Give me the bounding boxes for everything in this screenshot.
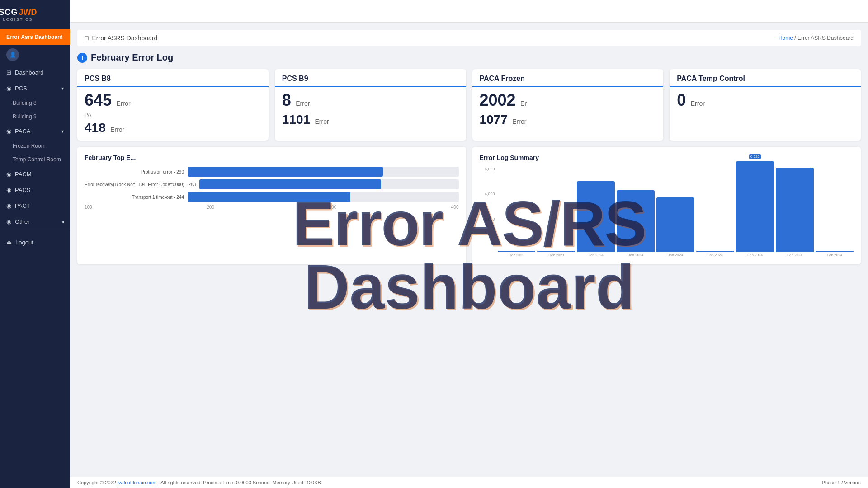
sidebar-item-label-logout: Logout bbox=[15, 239, 33, 246]
sidebar-logo: SCG JWD LOGISTICS bbox=[0, 0, 70, 29]
bar-fill-1 bbox=[199, 179, 381, 189]
sidebar-item-paca[interactable]: ◉ PACA ▾ bbox=[0, 123, 70, 139]
v-bar-6 bbox=[736, 161, 774, 252]
stat-sub-number-paca-frozen: 1077 bbox=[480, 113, 508, 127]
sidebar-item-label-pacs: PACS bbox=[15, 187, 30, 193]
sidebar-item-logout[interactable]: ⏏ Logout bbox=[0, 235, 70, 250]
error-log-chart-title: Error Log Summary bbox=[480, 154, 854, 161]
v-bar-group-4: Jan 2024 bbox=[656, 197, 694, 257]
footer-rights: . All rights reserved. Process Time: 0.0… bbox=[158, 480, 322, 485]
paca-arrow-icon: ▾ bbox=[61, 129, 64, 134]
footer: Copyright © 2022 jwdcoldchain.com . All … bbox=[70, 477, 868, 488]
bar-label-0: Protrusion error - 290 bbox=[85, 169, 184, 174]
stat-card-pcs-b8: PCS B8 645 Error PA 418 Error bbox=[77, 69, 269, 141]
sidebar-item-frozen-room[interactable]: Frozen Room bbox=[0, 139, 70, 153]
v-bar-8 bbox=[816, 251, 854, 252]
pcs-arrow-icon: ▾ bbox=[61, 86, 64, 91]
sidebar-item-label-paca: PACA bbox=[15, 128, 30, 135]
bar-row-2: Transport 1 time-out - 244 bbox=[85, 192, 459, 202]
stat-label-pcs-b9: Error bbox=[296, 100, 310, 107]
stat-label-pcs-b8: Error bbox=[117, 100, 131, 107]
sidebar-item-label-pcs: PCS bbox=[15, 85, 27, 92]
sidebar-item-pcs[interactable]: ◉ PCS ▾ bbox=[0, 80, 70, 96]
pacs-icon: ◉ bbox=[6, 187, 11, 193]
sidebar-item-other[interactable]: ◉ Other ◂ bbox=[0, 214, 70, 230]
bar-label-2: Transport 1 time-out - 244 bbox=[85, 195, 184, 200]
stat-sub-unit-pcs-b9: Error bbox=[315, 118, 329, 125]
sidebar-item-dashboard[interactable]: ⊞ Dashboard bbox=[0, 65, 70, 80]
watermark-line2: Dashboard bbox=[304, 255, 634, 319]
pacm-icon: ◉ bbox=[6, 171, 11, 178]
bar-label-1: Error recovery(Block No=1104, Error Code… bbox=[85, 182, 196, 187]
sidebar: SCG JWD LOGISTICS Error Asrs Dashboard 👤… bbox=[0, 0, 70, 488]
logo-jwd: JWD bbox=[19, 8, 37, 17]
page-header: □ Error ASRS Dashboard Home / Error ASRS… bbox=[77, 30, 861, 46]
stat-card-paca-temp-header: PACA Temp Control bbox=[670, 69, 861, 87]
sidebar-active-item[interactable]: Error Asrs Dashboard bbox=[0, 29, 70, 45]
v-bar-group-6: 6,225 Feb 2024 bbox=[736, 161, 774, 257]
v-bar-group-2: Jan 2024 bbox=[577, 181, 615, 257]
y-label-4000: 4,000 bbox=[485, 192, 495, 196]
v-chart-wrapper: 6,000 4,000 2,000 0 Dec 2023 Dec 2023 bbox=[480, 167, 854, 257]
v-bar-0 bbox=[498, 251, 536, 252]
sidebar-item-label-dashboard: Dashboard bbox=[15, 69, 44, 76]
section-title: i February Error Log bbox=[77, 52, 861, 63]
v-bar-1 bbox=[537, 251, 575, 252]
charts-row: February Top E... Protrusion error - 290… bbox=[77, 147, 861, 264]
stat-card-pcs-b9-header: PCS B9 bbox=[275, 69, 466, 87]
stat-label-paca-temp: Error bbox=[691, 100, 705, 107]
stat-card-pcs-b8-header: PCS B8 bbox=[77, 69, 269, 87]
top-navigation: ☰ Home bbox=[0, 0, 868, 23]
page-header-title: Error ASRS Dashboard bbox=[92, 34, 157, 42]
bar-row-0: Protrusion error - 290 bbox=[85, 167, 459, 177]
footer-copyright: Copyright © 2022 bbox=[77, 480, 118, 485]
other-arrow-icon: ◂ bbox=[61, 219, 64, 224]
top-errors-chart-title: February Top E... bbox=[85, 154, 459, 161]
main-content: □ Error ASRS Dashboard Home / Error ASRS… bbox=[70, 23, 868, 488]
h-bar-axis: 100 200 300 400 bbox=[85, 205, 459, 210]
breadcrumb-home-link[interactable]: Home bbox=[778, 35, 793, 41]
stat-number-paca-frozen: 2002 bbox=[480, 91, 516, 109]
section-title-text: February Error Log bbox=[91, 52, 173, 63]
stat-card-paca-temp: PACA Temp Control 0 Error bbox=[670, 69, 861, 141]
page-header-icon: □ bbox=[85, 34, 88, 42]
bar-fill-2 bbox=[188, 192, 350, 202]
sidebar-item-building8[interactable]: Building 8 bbox=[0, 96, 70, 110]
other-icon: ◉ bbox=[6, 218, 11, 225]
v-bar-5 bbox=[696, 251, 734, 252]
stat-label-paca-frozen: Er bbox=[520, 100, 527, 107]
sidebar-item-pacm[interactable]: ◉ PACM bbox=[0, 166, 70, 182]
sidebar-item-building9[interactable]: Building 9 bbox=[0, 110, 70, 123]
breadcrumb-current: Error ASRS Dashboard bbox=[797, 35, 854, 41]
v-bar-group-3: Jan 2024 bbox=[617, 190, 655, 257]
y-label-0: 0 bbox=[492, 242, 495, 246]
horizontal-bar-chart: Protrusion error - 290 Error recovery(Bl… bbox=[85, 167, 459, 210]
sidebar-item-label-other: Other bbox=[15, 218, 30, 225]
info-icon: i bbox=[77, 53, 87, 63]
pcs-icon: ◉ bbox=[6, 85, 11, 92]
sidebar-item-pact[interactable]: ◉ PACT bbox=[0, 198, 70, 214]
stat-number-pcs-b9: 8 bbox=[282, 91, 291, 109]
logout-icon: ⏏ bbox=[6, 239, 12, 246]
stat-number-pcs-b8: 645 bbox=[85, 91, 112, 109]
paca-icon: ◉ bbox=[6, 128, 11, 135]
bar-row-1: Error recovery(Block No=1104, Error Code… bbox=[85, 179, 459, 189]
stat-card-pcs-b9: PCS B9 8 Error 1101 Error bbox=[275, 69, 466, 141]
user-avatar: 👤 bbox=[6, 48, 19, 61]
v-bar-group-0: Dec 2023 bbox=[498, 251, 536, 257]
v-bar-group-7: Feb 2024 bbox=[776, 168, 814, 257]
sidebar-item-temp-control-room[interactable]: Temp Control Room bbox=[0, 153, 70, 166]
v-bar-4 bbox=[656, 197, 694, 252]
footer-company-link[interactable]: jwdcoldchain.com bbox=[118, 480, 157, 485]
stat-sub-number-pcs-b9: 1101 bbox=[282, 113, 310, 127]
sidebar-item-label-pact: PACT bbox=[15, 202, 30, 209]
sidebar-item-pacs[interactable]: ◉ PACS bbox=[0, 182, 70, 198]
sidebar-item-label-pacm: PACM bbox=[15, 171, 32, 178]
pact-icon: ◉ bbox=[6, 202, 11, 209]
error-log-chart: Error Log Summary 6,000 4,000 2,000 0 De… bbox=[472, 147, 861, 264]
v-bar-group-1: Dec 2023 bbox=[537, 251, 575, 257]
stat-card-paca-frozen: PACA Frozen 2002 Er 1077 Error bbox=[472, 69, 664, 141]
stat-sub-unit-paca-frozen: Error bbox=[512, 118, 526, 125]
stat-card-paca-frozen-header: PACA Frozen bbox=[472, 69, 664, 87]
v-bar-container: Dec 2023 Dec 2023 Jan 2024 Jan 2024 bbox=[498, 167, 854, 257]
